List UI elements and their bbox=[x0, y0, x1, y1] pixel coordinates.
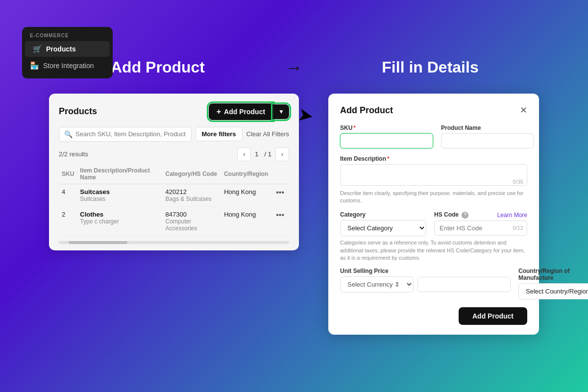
product-name-input[interactable] bbox=[441, 133, 534, 148]
hs-label-row: HS Code ? Learn More bbox=[434, 211, 527, 219]
row2-actions-button[interactable]: ••• bbox=[274, 211, 286, 220]
products-panel: Products + Add Product ▼ 🔍 More filters … bbox=[49, 94, 299, 250]
steps-arrow: → bbox=[285, 57, 303, 78]
cursor-arrow: ➤ bbox=[296, 103, 315, 127]
item-description-textarea[interactable] bbox=[340, 164, 527, 186]
learn-more-link[interactable]: Learn More bbox=[497, 212, 527, 219]
modal-add-product-button[interactable]: Add Product bbox=[459, 307, 527, 325]
panel-header: Products + Add Product ▼ bbox=[59, 103, 289, 120]
hs-info-icon: ? bbox=[462, 212, 468, 219]
product-name-group: Product Name bbox=[441, 124, 534, 148]
hs-code-label: HS Code ? bbox=[434, 211, 468, 219]
sku-product-row: SKU* Product Name bbox=[340, 124, 527, 148]
results-count: 2/2 results bbox=[59, 150, 88, 158]
unit-price-group: Unit Selling Price Select Currency ⇕ bbox=[340, 268, 511, 299]
sidebar-item-store-integration[interactable]: 🏪 Store Integration bbox=[22, 58, 113, 74]
country-manufacture-group: Country/Region of Manufacture Select Cou… bbox=[518, 268, 588, 299]
category-label: Category bbox=[340, 211, 426, 218]
store-integration-label: Store Integration bbox=[43, 62, 94, 70]
row2-country: Hong Kong bbox=[221, 206, 271, 236]
nav-section-label: E-COMMERCE bbox=[22, 32, 113, 41]
item-description-row: Item Description* 0/35 Describe item cle… bbox=[340, 155, 527, 205]
search-input[interactable] bbox=[75, 130, 186, 138]
price-input[interactable] bbox=[417, 277, 511, 292]
panels-row: Products + Add Product ▼ 🔍 More filters … bbox=[0, 94, 588, 335]
currency-row: Select Currency ⇕ bbox=[340, 276, 511, 293]
pagination-next[interactable]: › bbox=[275, 147, 289, 161]
table-row: 4 Suitcases Suitcases 420212 Bags & Suit… bbox=[59, 184, 289, 206]
row2-name: Clothes Type c charger bbox=[77, 206, 162, 236]
currency-select[interactable]: Select Currency ⇕ bbox=[340, 276, 414, 293]
item-description-label: Item Description* bbox=[340, 155, 527, 162]
plus-icon: + bbox=[217, 107, 221, 116]
pagination-current: 1 bbox=[253, 150, 260, 158]
search-row: 🔍 More filters Clear All Filters bbox=[59, 127, 289, 142]
products-nav-label: Products bbox=[46, 45, 76, 53]
step1-label: Add Product bbox=[111, 58, 205, 76]
item-description-group: Item Description* 0/35 Describe item cle… bbox=[340, 155, 527, 205]
price-country-row: Unit Selling Price Select Currency ⇕ Cou… bbox=[340, 268, 527, 299]
sidebar-item-products[interactable]: 🛒 Products bbox=[25, 41, 110, 57]
scrollbar-thumb bbox=[69, 241, 127, 244]
category-select[interactable]: Select Category bbox=[340, 220, 426, 236]
table-row: 2 Clothes Type c charger 847300 Computer… bbox=[59, 206, 289, 236]
step2-label: Fill in Details bbox=[382, 58, 478, 76]
category-group: Category Select Category bbox=[340, 211, 426, 236]
pagination-total: / 1 bbox=[263, 150, 273, 158]
textarea-wrap: 0/35 bbox=[340, 164, 527, 188]
search-box: 🔍 bbox=[59, 127, 192, 142]
modal-header: Add Product ✕ bbox=[340, 105, 527, 116]
results-row: 2/2 results ‹ 1 / 1 › bbox=[59, 147, 289, 161]
add-product-btn-group: + Add Product ▼ bbox=[209, 103, 289, 120]
close-button[interactable]: ✕ bbox=[520, 106, 527, 115]
modal-title: Add Product bbox=[340, 105, 393, 116]
country-manufacture-select[interactable]: Select Country/Region bbox=[518, 283, 588, 299]
col-sku: SKU bbox=[59, 165, 77, 184]
scrollbar bbox=[59, 241, 289, 244]
products-table: SKU Item Description/Product Name Catego… bbox=[59, 165, 289, 236]
cart-icon: 🛒 bbox=[33, 45, 42, 53]
sku-label: SKU* bbox=[340, 124, 433, 131]
clear-filters-link[interactable]: Clear All Filters bbox=[246, 130, 289, 138]
sku-group: SKU* bbox=[340, 124, 433, 148]
search-icon: 🔍 bbox=[64, 130, 73, 138]
add-product-button[interactable]: + Add Product bbox=[209, 103, 273, 120]
sku-input[interactable] bbox=[340, 133, 433, 148]
add-product-btn-label: Add Product bbox=[224, 108, 265, 116]
add-product-dropdown-button[interactable]: ▼ bbox=[273, 104, 289, 119]
row1-country: Hong Kong bbox=[221, 184, 271, 206]
pagination-prev[interactable]: ‹ bbox=[237, 147, 251, 161]
item-description-hint: Describe item clearly, specifying their … bbox=[340, 190, 527, 205]
hs-code-group: HS Code ? Learn More 0/12 bbox=[434, 211, 527, 236]
country-manufacture-label: Country/Region of Manufacture bbox=[518, 268, 588, 281]
row1-actions-button[interactable]: ••• bbox=[274, 188, 286, 197]
item-description-char-count: 0/35 bbox=[513, 179, 523, 185]
row2-sku: 2 bbox=[59, 206, 77, 236]
panel-title: Products bbox=[59, 106, 97, 117]
category-hs-row: Category Select Category HS Code ? Learn… bbox=[340, 211, 527, 236]
row2-category: 847300 Computer Accessories bbox=[163, 206, 221, 236]
col-category-hs: Category/HS Code bbox=[163, 165, 221, 184]
category-notice: Categories serve as a reference only. To… bbox=[340, 239, 527, 262]
pagination: ‹ 1 / 1 › bbox=[237, 147, 289, 161]
row1-name: Suitcases Suitcases bbox=[77, 184, 162, 206]
modal-footer: Add Product bbox=[340, 307, 527, 325]
modal-panel: Add Product ✕ SKU* Product Name Item Des… bbox=[328, 94, 539, 335]
col-item-description: Item Description/Product Name bbox=[77, 165, 162, 184]
hs-input-wrap: 0/12 bbox=[434, 220, 527, 236]
row1-category: 420212 Bags & Suitcases bbox=[163, 184, 221, 206]
hs-char-count: 0/12 bbox=[513, 225, 523, 231]
row1-sku: 4 bbox=[59, 184, 77, 206]
more-filters-button[interactable]: More filters bbox=[196, 127, 243, 141]
unit-price-label: Unit Selling Price bbox=[340, 268, 511, 274]
store-icon: 🏪 bbox=[30, 61, 39, 70]
col-country-region: Country/Region bbox=[221, 165, 271, 184]
product-name-label: Product Name bbox=[441, 124, 534, 131]
